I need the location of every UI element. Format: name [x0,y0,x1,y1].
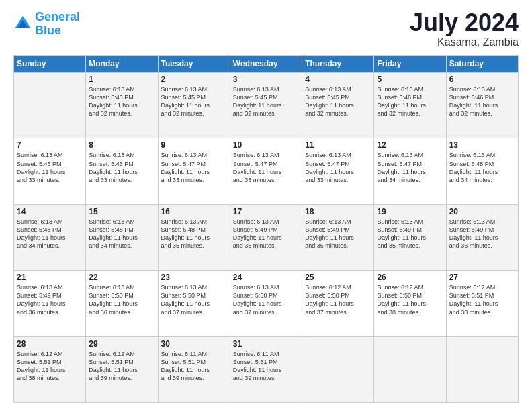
day-number: 10 [233,140,299,150]
table-row: 23Sunrise: 6:13 AM Sunset: 5:50 PM Dayli… [158,271,230,336]
day-number: 22 [89,273,154,282]
table-row: 25Sunrise: 6:12 AM Sunset: 5:50 PM Dayli… [302,271,374,336]
day-info: Sunrise: 6:13 AM Sunset: 5:45 PM Dayligh… [305,85,371,118]
day-info: Sunrise: 6:13 AM Sunset: 5:49 PM Dayligh… [377,218,443,250]
day-number: 27 [449,273,515,282]
day-info: Sunrise: 6:13 AM Sunset: 5:45 PM Dayligh… [89,85,154,118]
table-row: 13Sunrise: 6:13 AM Sunset: 5:48 PM Dayli… [446,138,518,204]
col-monday: Monday [86,56,158,73]
logo-line1: General [35,10,80,24]
day-info: Sunrise: 6:13 AM Sunset: 5:49 PM Dayligh… [449,218,515,250]
table-row: 16Sunrise: 6:13 AM Sunset: 5:48 PM Dayli… [158,204,230,270]
day-number: 20 [449,207,515,216]
calendar-week-row: 14Sunrise: 6:13 AM Sunset: 5:48 PM Dayli… [14,204,519,270]
table-row: 5Sunrise: 6:13 AM Sunset: 5:46 PM Daylig… [374,73,446,138]
day-info: Sunrise: 6:13 AM Sunset: 5:50 PM Dayligh… [161,283,227,316]
day-number: 14 [17,207,83,216]
day-info: Sunrise: 6:13 AM Sunset: 5:46 PM Dayligh… [89,151,154,184]
month-year: July 2024 [410,11,519,35]
title-block: July 2024 Kasama, Zambia [410,11,519,48]
day-number: 6 [449,75,515,84]
table-row [302,336,374,402]
day-number: 19 [377,207,443,216]
day-info: Sunrise: 6:13 AM Sunset: 5:48 PM Dayligh… [89,218,154,250]
day-info: Sunrise: 6:13 AM Sunset: 5:46 PM Dayligh… [17,151,83,184]
location: Kasama, Zambia [410,36,519,48]
day-number: 23 [161,273,227,282]
col-wednesday: Wednesday [230,56,302,73]
table-row [446,336,518,402]
table-row: 30Sunrise: 6:11 AM Sunset: 5:51 PM Dayli… [158,336,230,402]
table-row: 31Sunrise: 6:11 AM Sunset: 5:51 PM Dayli… [230,336,302,402]
table-row: 29Sunrise: 6:12 AM Sunset: 5:51 PM Dayli… [86,336,158,402]
day-info: Sunrise: 6:13 AM Sunset: 5:45 PM Dayligh… [233,85,299,118]
day-number: 29 [89,339,154,349]
table-row: 10Sunrise: 6:13 AM Sunset: 5:47 PM Dayli… [230,138,302,204]
table-row: 27Sunrise: 6:12 AM Sunset: 5:51 PM Dayli… [446,271,518,336]
table-row: 8Sunrise: 6:13 AM Sunset: 5:46 PM Daylig… [86,138,158,204]
day-info: Sunrise: 6:12 AM Sunset: 5:51 PM Dayligh… [17,350,83,383]
day-info: Sunrise: 6:13 AM Sunset: 5:45 PM Dayligh… [161,85,227,118]
day-number: 1 [89,75,154,84]
calendar-header-row: Sunday Monday Tuesday Wednesday Thursday… [14,56,519,73]
table-row: 24Sunrise: 6:13 AM Sunset: 5:50 PM Dayli… [230,271,302,336]
day-info: Sunrise: 6:13 AM Sunset: 5:47 PM Dayligh… [305,151,371,184]
day-number: 5 [377,75,443,84]
table-row: 26Sunrise: 6:12 AM Sunset: 5:50 PM Dayli… [374,271,446,336]
col-saturday: Saturday [446,56,518,73]
table-row: 22Sunrise: 6:13 AM Sunset: 5:50 PM Dayli… [86,271,158,336]
table-row: 4Sunrise: 6:13 AM Sunset: 5:45 PM Daylig… [302,73,374,138]
logo-line2: Blue [35,24,61,37]
day-number: 30 [161,339,227,349]
day-number: 21 [17,273,83,282]
day-number: 17 [233,207,299,216]
day-number: 18 [305,207,371,216]
day-info: Sunrise: 6:13 AM Sunset: 5:46 PM Dayligh… [377,85,443,118]
table-row: 21Sunrise: 6:13 AM Sunset: 5:49 PM Dayli… [14,271,86,336]
table-row: 17Sunrise: 6:13 AM Sunset: 5:49 PM Dayli… [230,204,302,270]
table-row: 9Sunrise: 6:13 AM Sunset: 5:47 PM Daylig… [158,138,230,204]
col-tuesday: Tuesday [158,56,230,73]
calendar-week-row: 7Sunrise: 6:13 AM Sunset: 5:46 PM Daylig… [14,138,519,204]
day-info: Sunrise: 6:13 AM Sunset: 5:47 PM Dayligh… [161,151,227,184]
day-info: Sunrise: 6:11 AM Sunset: 5:51 PM Dayligh… [233,350,299,383]
day-info: Sunrise: 6:13 AM Sunset: 5:48 PM Dayligh… [449,151,515,184]
table-row: 11Sunrise: 6:13 AM Sunset: 5:47 PM Dayli… [302,138,374,204]
calendar-week-row: 28Sunrise: 6:12 AM Sunset: 5:51 PM Dayli… [14,336,519,402]
day-number: 2 [161,75,227,84]
day-info: Sunrise: 6:13 AM Sunset: 5:50 PM Dayligh… [233,283,299,316]
day-info: Sunrise: 6:12 AM Sunset: 5:51 PM Dayligh… [89,350,154,383]
table-row: 14Sunrise: 6:13 AM Sunset: 5:48 PM Dayli… [14,204,86,270]
day-number: 11 [305,140,371,150]
day-number: 31 [233,339,299,349]
day-number: 13 [449,140,515,150]
day-info: Sunrise: 6:13 AM Sunset: 5:47 PM Dayligh… [377,151,443,184]
table-row: 19Sunrise: 6:13 AM Sunset: 5:49 PM Dayli… [374,204,446,270]
table-row [374,336,446,402]
day-number: 28 [17,339,83,349]
logo-text: General Blue [35,11,80,38]
col-sunday: Sunday [14,56,86,73]
calendar-week-row: 1Sunrise: 6:13 AM Sunset: 5:45 PM Daylig… [14,73,519,138]
day-info: Sunrise: 6:13 AM Sunset: 5:46 PM Dayligh… [449,85,515,118]
day-number: 4 [305,75,371,84]
table-row: 7Sunrise: 6:13 AM Sunset: 5:46 PM Daylig… [14,138,86,204]
table-row: 3Sunrise: 6:13 AM Sunset: 5:45 PM Daylig… [230,73,302,138]
day-number: 3 [233,75,299,84]
day-info: Sunrise: 6:13 AM Sunset: 5:48 PM Dayligh… [161,218,227,250]
day-info: Sunrise: 6:13 AM Sunset: 5:49 PM Dayligh… [233,218,299,250]
table-row: 12Sunrise: 6:13 AM Sunset: 5:47 PM Dayli… [374,138,446,204]
calendar-table: Sunday Monday Tuesday Wednesday Thursday… [13,55,519,403]
day-info: Sunrise: 6:12 AM Sunset: 5:50 PM Dayligh… [377,283,443,316]
day-info: Sunrise: 6:11 AM Sunset: 5:51 PM Dayligh… [161,350,227,383]
day-number: 26 [377,273,443,282]
col-thursday: Thursday [302,56,374,73]
day-number: 25 [305,273,371,282]
page: General Blue July 2024 Kasama, Zambia Su… [0,0,532,411]
table-row: 20Sunrise: 6:13 AM Sunset: 5:49 PM Dayli… [446,204,518,270]
day-info: Sunrise: 6:12 AM Sunset: 5:50 PM Dayligh… [305,283,371,316]
table-row [14,73,86,138]
table-row: 18Sunrise: 6:13 AM Sunset: 5:49 PM Dayli… [302,204,374,270]
table-row: 2Sunrise: 6:13 AM Sunset: 5:45 PM Daylig… [158,73,230,138]
day-number: 12 [377,140,443,150]
